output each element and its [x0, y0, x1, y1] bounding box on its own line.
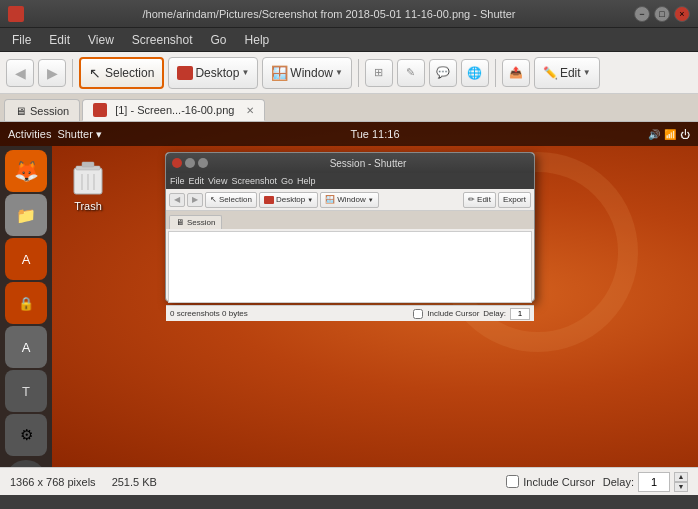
inner-titlebar: Session - Shutter	[166, 153, 534, 173]
desktop-button[interactable]: Desktop ▼	[168, 57, 258, 89]
inner-edit-btn[interactable]: ✏ Edit	[463, 192, 496, 208]
maximize-button[interactable]: □	[654, 6, 670, 22]
include-cursor-label: Include Cursor	[523, 476, 595, 488]
delay-input[interactable]	[638, 472, 670, 492]
inner-window-btn[interactable]: 🪟 Window ▼	[320, 192, 378, 208]
launcher-apps[interactable]: ⋯	[5, 460, 47, 467]
desktop-topbar: Activities Shutter ▾ Tue 11:16 🔊 📶 ⏻	[0, 122, 698, 146]
inner-session-tab[interactable]: 🖥 Session	[169, 215, 222, 229]
inner-cursor-area: Include Cursor Delay:	[413, 308, 530, 320]
fullscreen-button[interactable]: ⊞	[365, 59, 393, 87]
inner-back-btn[interactable]: ◀	[169, 193, 185, 207]
launcher-settings[interactable]: ⚙	[5, 414, 47, 456]
inner-max-btn[interactable]	[198, 158, 208, 168]
inner-menu-view[interactable]: View	[208, 176, 227, 186]
speech-button[interactable]: 💬	[429, 59, 457, 87]
unity-launcher: 🦊 📁 A 🔒 A T ⚙ ⋯	[0, 146, 52, 467]
delay-up-btn[interactable]: ▲	[674, 472, 688, 482]
inner-delay-input[interactable]	[510, 308, 530, 320]
menu-edit[interactable]: Edit	[41, 31, 78, 49]
inner-include-cursor-checkbox[interactable]	[413, 309, 423, 319]
inner-selection-btn[interactable]: ↖ Selection	[205, 192, 257, 208]
file-size: 251.5 KB	[112, 476, 157, 488]
edit-button[interactable]: ✏️ Edit ▼	[534, 57, 600, 89]
image-dimensions: 1366 x 768 pixels	[10, 476, 96, 488]
inner-close-btn[interactable]	[172, 158, 182, 168]
inner-menu-screenshot[interactable]: Screenshot	[231, 176, 277, 186]
globe-button[interactable]: 🌐	[461, 59, 489, 87]
inner-desktop-label: Desktop	[276, 195, 305, 204]
inner-menu-edit[interactable]: Edit	[189, 176, 205, 186]
inner-menu-go[interactable]: Go	[281, 176, 293, 186]
delay-down-btn[interactable]: ▼	[674, 482, 688, 492]
session-tab-label: Session	[30, 105, 69, 117]
menu-help[interactable]: Help	[237, 31, 278, 49]
edit-pencil-icon: ✏️	[543, 66, 558, 80]
inner-forward-btn[interactable]: ▶	[187, 193, 203, 207]
inner-session-icon: 🖥	[176, 218, 184, 227]
trash-image	[70, 158, 106, 198]
inner-win-btns	[172, 158, 208, 168]
menubar: File Edit View Screenshot Go Help	[0, 28, 698, 52]
delay-area: Delay: ▲ ▼	[603, 472, 688, 492]
export-icon-button[interactable]: 📤	[502, 59, 530, 87]
session-tab[interactable]: 🖥 Session	[4, 99, 80, 121]
inner-include-cursor-label: Include Cursor	[427, 309, 479, 318]
launcher-item-5[interactable]: A	[5, 326, 47, 368]
include-cursor-checkbox[interactable]	[506, 475, 519, 488]
titlebar-app-icon	[8, 6, 24, 22]
launcher-firefox[interactable]: 🦊	[5, 150, 47, 192]
inner-statusbar: 0 screenshots 0 bytes Include Cursor Del…	[166, 305, 534, 321]
inner-window-icon: 🪟	[325, 195, 335, 204]
statusbar: 1366 x 768 pixels 251.5 KB Include Curso…	[0, 467, 698, 495]
close-button[interactable]: ×	[674, 6, 690, 22]
inner-min-btn[interactable]	[185, 158, 195, 168]
trash-icon[interactable]: Trash	[70, 158, 106, 212]
inner-window-label: Window	[337, 195, 365, 204]
file-tab[interactable]: [1] - Screen...-16-00.png ✕	[82, 99, 265, 121]
menu-file[interactable]: File	[4, 31, 39, 49]
inner-export-btn[interactable]: Export	[498, 192, 531, 208]
inner-menu-help[interactable]: Help	[297, 176, 316, 186]
back-button[interactable]: ◀	[6, 59, 34, 87]
inner-desktop-btn[interactable]: Desktop ▼	[259, 192, 318, 208]
window-icon: 🪟	[271, 65, 288, 81]
file-tab-close[interactable]: ✕	[246, 105, 254, 116]
svg-rect-2	[82, 162, 94, 167]
menu-go[interactable]: Go	[203, 31, 235, 49]
inner-session-label: Session	[187, 218, 215, 227]
main-content: Activities Shutter ▾ Tue 11:16 🔊 📶 ⏻ 🦊 📁…	[0, 122, 698, 467]
inner-content-area	[168, 231, 532, 303]
shutter-app-label[interactable]: Shutter ▾	[57, 128, 102, 141]
desktop-background: Activities Shutter ▾ Tue 11:16 🔊 📶 ⏻ 🦊 📁…	[0, 122, 698, 467]
launcher-files[interactable]: 📁	[5, 194, 47, 236]
desktop-topbar-left: Activities Shutter ▾	[8, 128, 102, 141]
selection-button[interactable]: ↖ Selection	[79, 57, 164, 89]
edit-icon-button[interactable]: ✎	[397, 59, 425, 87]
minimize-button[interactable]: −	[634, 6, 650, 22]
statusbar-right: Include Cursor Delay: ▲ ▼	[506, 472, 688, 492]
trash-label: Trash	[74, 200, 102, 212]
inner-export-label: Export	[503, 195, 526, 204]
titlebar-controls: − □ ×	[634, 6, 690, 22]
inner-delay-label: Delay:	[483, 309, 506, 318]
forward-button[interactable]: ▶	[38, 59, 66, 87]
titlebar-title: /home/arindam/Pictures/Screenshot from 2…	[24, 8, 634, 20]
launcher-item-6[interactable]: T	[5, 370, 47, 412]
launcher-item-4[interactable]: 🔒	[5, 282, 47, 324]
desktop-label: Desktop	[195, 66, 239, 80]
activities-label[interactable]: Activities	[8, 128, 51, 141]
inner-shutter-window: Session - Shutter File Edit View Screens…	[165, 152, 535, 302]
file-tab-label: [1] - Screen...-16-00.png	[115, 104, 234, 116]
window-button[interactable]: 🪟 Window ▼	[262, 57, 352, 89]
desktop-clock: Tue 11:16	[350, 128, 399, 140]
inner-menubar: File Edit View Screenshot Go Help	[166, 173, 534, 189]
menu-view[interactable]: View	[80, 31, 122, 49]
session-tab-icon: 🖥	[15, 105, 26, 117]
network-icon: 📶	[664, 129, 676, 140]
inner-menu-file[interactable]: File	[170, 176, 185, 186]
speaker-icon: 🔊	[648, 129, 660, 140]
menu-screenshot[interactable]: Screenshot	[124, 31, 201, 49]
launcher-item-3[interactable]: A	[5, 238, 47, 280]
window-label: Window	[290, 66, 333, 80]
